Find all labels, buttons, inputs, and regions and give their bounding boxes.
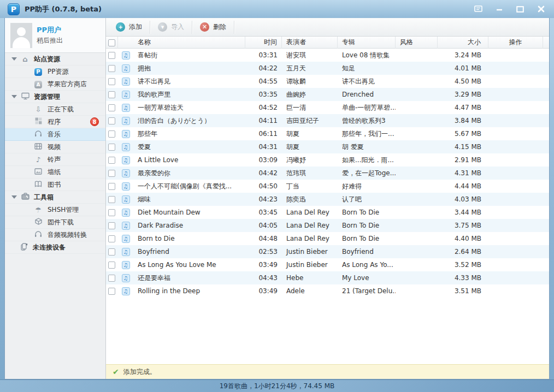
sidebar-item-downloading[interactable]: ⇩ 正在下载	[5, 103, 105, 116]
collapse-triangle-icon	[11, 57, 17, 61]
add-button-label: 添加	[129, 22, 142, 32]
sidebar-item-books[interactable]: 图书	[5, 179, 105, 191]
table-row[interactable]: ♫ A Little Love 03:09 冯曦妤 如果...阳光．雨... 2…	[106, 153, 549, 167]
column-header-operation[interactable]: 操作	[488, 37, 543, 49]
song-artist: Lana Del Rey	[282, 235, 338, 242]
delete-button[interactable]: ✕ 删除	[192, 20, 234, 34]
row-checkbox[interactable]	[108, 130, 115, 138]
song-size: 5.67 MB	[438, 130, 488, 138]
song-album: 知足	[338, 64, 396, 73]
table-row[interactable]: ♫ Dark Paradise 04:05 Lana Del Rey Born …	[106, 219, 549, 232]
row-checkbox[interactable]	[108, 183, 115, 190]
row-checkbox[interactable]	[108, 275, 115, 282]
row-checkbox[interactable]	[108, 78, 115, 85]
row-checkbox[interactable]	[108, 65, 115, 72]
table-row[interactable]: ♫ 拥抱 04:22 五月天 知足 4.01 MB	[106, 62, 549, 75]
table-row[interactable]: ♫ As Long As You Love Me 03:49 Justin Bi…	[106, 258, 549, 271]
row-checkbox[interactable]	[108, 288, 115, 295]
sidebar-item-av-convert[interactable]: 音频视频转换	[5, 229, 105, 241]
table-row[interactable]: ♫ Born to Die 04:48 Lana Del Rey Born To…	[106, 232, 549, 245]
table-row[interactable]: ♫ Diet Mountain Dew 03:45 Lana Del Rey B…	[106, 206, 549, 219]
sidebar-item-apps[interactable]: 程序 8	[5, 116, 105, 128]
row-checkbox[interactable]	[108, 209, 115, 216]
user-name-link[interactable]: PP用户	[37, 25, 63, 35]
sidebar-item-ringtone[interactable]: ♪ 铃声	[5, 153, 105, 166]
sidebar-section-toolbox[interactable]: 工具箱	[5, 191, 105, 204]
table-row[interactable]: ♫ Rolling in the Deep 03:49 Adele 21 (Ta…	[106, 284, 549, 298]
column-header-artist[interactable]: 表演者	[282, 37, 338, 49]
song-size: 4.50 MB	[438, 78, 488, 85]
column-header-name[interactable]: 名称	[133, 37, 245, 49]
column-header-album[interactable]: 专辑	[338, 37, 396, 49]
column-header-genre[interactable]: 风格	[396, 37, 438, 49]
song-size: 2.91 MB	[438, 156, 488, 164]
table-row[interactable]: ♫ 我的歌声里 03:35 曲婉婷 Drenched 3.29 MB	[106, 88, 549, 101]
row-checkbox[interactable]	[108, 222, 115, 229]
table-row[interactable]: ♫ 喜帖街 03:31 谢安琪 Love 08 情歌集 3.24 MB	[106, 49, 549, 62]
song-size: 4.01 MB	[438, 64, 488, 72]
header-filler	[543, 37, 549, 49]
sidebar-item-firmware[interactable]: 固件下载	[5, 216, 105, 229]
row-checkbox[interactable]	[108, 196, 115, 203]
song-duration: 03:31	[245, 51, 282, 59]
sidebar-item-wallpaper[interactable]: 墙纸	[5, 166, 105, 179]
table-row[interactable]: ♫ Boyfriend 02:53 Justin Bieber Boyfrien…	[106, 245, 549, 258]
download-arrow-icon: ⇩	[33, 105, 43, 114]
table-row[interactable]: ♫ 一个人不可能(偶像剧《真爱找... 04:50 丁当 好难得 4.44 MB	[106, 180, 549, 193]
row-checkbox[interactable]	[108, 91, 115, 98]
row-checkbox[interactable]	[108, 144, 115, 151]
select-all-checkbox[interactable]	[108, 39, 115, 46]
song-artist: 胡夏	[282, 142, 338, 152]
song-artist: 巨一清	[282, 103, 338, 112]
row-checkbox[interactable]	[108, 52, 115, 59]
content-area: ＋ 添加 ▾ 导入 ✕ 删除 名称 时间 表演者 专辑 风格 大小 操作	[106, 18, 549, 379]
table-row[interactable]: ♫ 那些年 06:11 胡夏 那些年，我们一... 5.67 MB	[106, 127, 549, 140]
user-panel: PP用户 稍后推出	[5, 18, 105, 53]
sidebar-item-no-device[interactable]: 未连接设备	[5, 241, 105, 254]
import-button[interactable]: ▾ 导入	[150, 20, 192, 34]
sidebar-item-shsh[interactable]: ☂ SHSH管理	[5, 204, 105, 216]
table-row[interactable]: ♫ 讲不出再见 04:55 谭咏麟 讲不出再见 4.50 MB	[106, 75, 549, 88]
close-button[interactable]	[533, 4, 549, 15]
song-note-icon: ♫	[122, 64, 130, 73]
row-checkbox[interactable]	[108, 170, 115, 177]
row-checkbox[interactable]	[108, 104, 115, 111]
table-row[interactable]: ♫ 泪的告白（ありがとう） 04:11 吉田亚纪子 曾经的歌系列3 3.84 M…	[106, 114, 549, 127]
song-size: 4.31 MB	[438, 169, 488, 177]
minimize-button[interactable]	[492, 4, 507, 15]
sidebar-item-music[interactable]: 音乐	[5, 128, 105, 141]
song-album: Born To Die	[338, 209, 396, 216]
song-album: 单曲-一朝芳草碧...	[338, 103, 396, 112]
row-checkbox[interactable]	[108, 248, 115, 256]
song-duration: 04:55	[245, 78, 282, 85]
row-checkbox[interactable]	[108, 262, 115, 269]
song-size: 4.03 MB	[438, 195, 488, 203]
headphones-icon	[33, 130, 43, 139]
sidebar-item-pp-resources[interactable]: P PP资源	[5, 66, 105, 78]
table-row[interactable]: ♫ 还是要幸福 04:43 Hebe My Love 4.33 MB	[106, 271, 549, 284]
song-duration: 04:23	[245, 195, 282, 203]
skin-menu-button[interactable]	[471, 4, 486, 15]
user-avatar[interactable]	[10, 23, 32, 48]
column-header-size[interactable]: 大小	[438, 37, 488, 49]
row-checkbox[interactable]	[108, 235, 115, 242]
song-note-icon: ♫	[122, 222, 130, 230]
song-name: 还是要幸福	[133, 274, 245, 283]
table-row[interactable]: ♫ 最亲爱的你 04:42 范玮琪 爱，在一起Toge... 4.31 MB	[106, 167, 549, 180]
sidebar-item-apple-store[interactable]: A 苹果官方商店	[5, 78, 105, 91]
table-row[interactable]: ♫ 烟味 04:23 陈奕迅 认了吧 4.03 MB	[106, 193, 549, 206]
song-artist: 谭咏麟	[282, 77, 338, 86]
song-note-icon: ♫	[122, 182, 130, 191]
table-row[interactable]: ♫ 爱夏 04:31 胡夏 胡 爱夏 4.15 MB	[106, 140, 549, 153]
sidebar-section-site-resources[interactable]: ⌂ 站点资源	[5, 53, 105, 66]
add-button[interactable]: ＋ 添加	[108, 20, 150, 34]
table-row[interactable]: ♫ 一朝芳草碧连天 04:52 巨一清 单曲-一朝芳草碧... 4.47 MB	[106, 101, 549, 114]
song-name: Born to Die	[133, 235, 245, 242]
song-name: 讲不出再见	[133, 77, 245, 86]
row-checkbox[interactable]	[108, 117, 115, 124]
row-checkbox[interactable]	[108, 157, 115, 164]
sidebar-section-resource-mgmt[interactable]: 资源管理	[5, 91, 105, 103]
sidebar-item-video[interactable]: 视频	[5, 141, 105, 153]
maximize-button[interactable]	[512, 4, 528, 15]
column-header-time[interactable]: 时间	[245, 37, 282, 49]
